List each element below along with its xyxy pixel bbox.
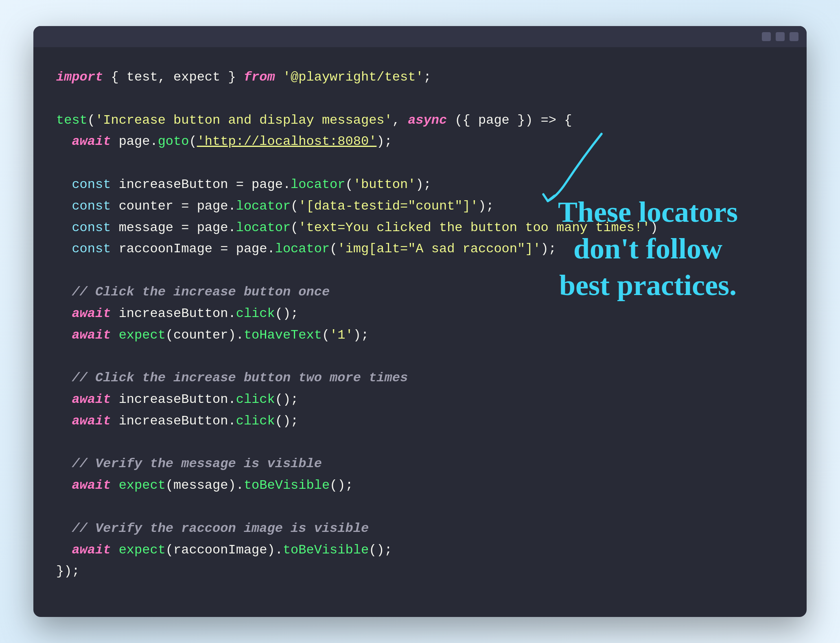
annotation-line2: don't follow [573,232,722,265]
annotation-line3: best practices. [559,269,737,302]
code-block: import { test, expect } from '@playwrigh… [56,67,784,582]
titlebar-btn-2[interactable] [776,32,785,41]
code-area: import { test, expect } from '@playwrigh… [33,47,807,617]
titlebar-btn-1[interactable] [762,32,771,41]
code-window: import { test, expect } from '@playwrigh… [33,26,807,617]
annotation-arrow [530,120,619,210]
annotation-text: These locators don't follow best practic… [514,194,782,304]
titlebar-btn-3[interactable] [790,32,798,41]
annotation-container: These locators don't follow best practic… [514,186,782,304]
titlebar [33,26,807,47]
